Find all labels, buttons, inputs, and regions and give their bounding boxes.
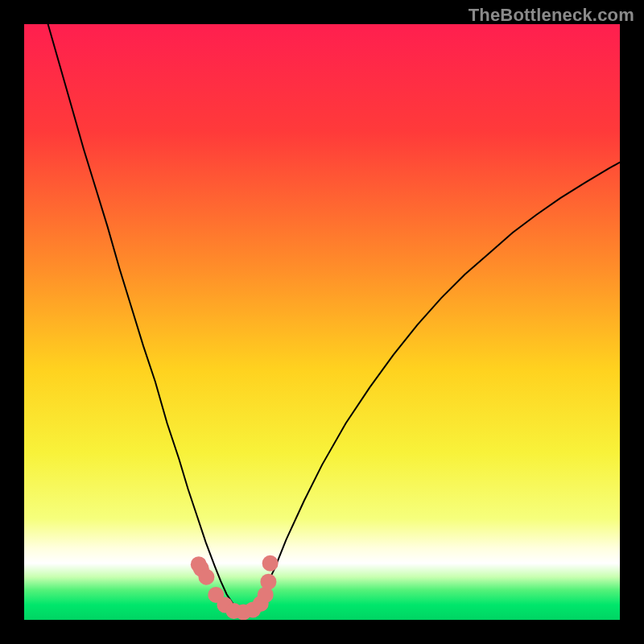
curves-layer [24,24,620,620]
plot-area [24,24,620,620]
highlight-dot [262,555,279,572]
highlight-dot [260,574,276,590]
watermark-text: TheBottleneck.com [469,5,634,26]
chart-frame: TheBottleneck.com [0,0,644,644]
right-curve [245,163,620,613]
highlight-dots [191,555,279,620]
left-curve [48,24,245,613]
highlight-dot [198,569,214,585]
